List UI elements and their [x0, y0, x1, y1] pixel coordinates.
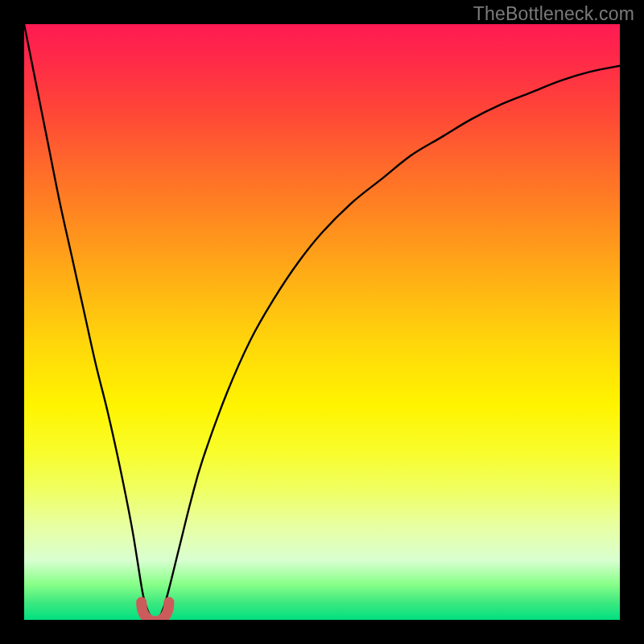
plot-area — [24, 24, 620, 620]
curve-svg — [24, 24, 620, 620]
bottleneck-curve — [24, 24, 620, 620]
chart-frame: TheBottleneck.com — [0, 0, 644, 644]
minimum-marker — [142, 602, 169, 620]
watermark-text: TheBottleneck.com — [473, 3, 634, 25]
